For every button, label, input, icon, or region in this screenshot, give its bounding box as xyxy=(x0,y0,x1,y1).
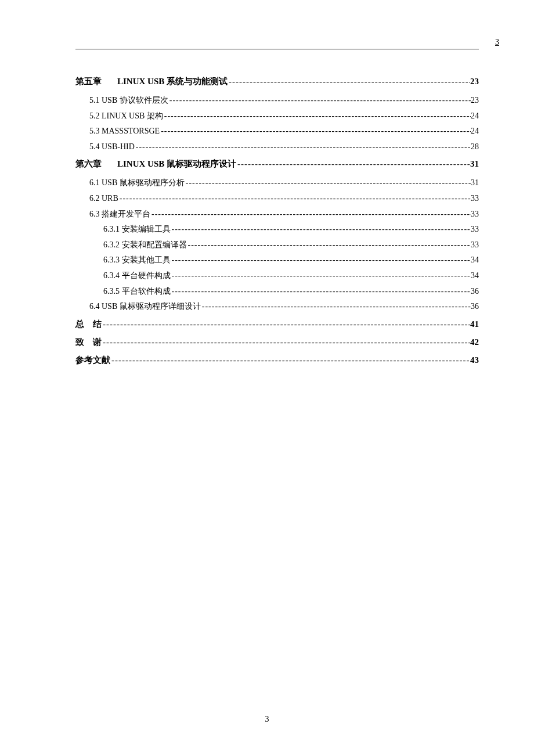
toc-entry-label: 致 谢 xyxy=(75,336,102,348)
toc-entry: 5.2 LINUX USB 架构------------------------… xyxy=(75,110,479,122)
toc-leader-dots: ----------------------------------------… xyxy=(171,286,471,297)
toc-leader-dots: ----------------------------------------… xyxy=(185,177,471,189)
toc-entry-label: 参考文献 xyxy=(75,354,110,366)
toc-leader-dots: ----------------------------------------… xyxy=(102,318,470,330)
toc-entry: 6.3.4 平台硬件构成----------------------------… xyxy=(75,270,479,282)
toc-leader-dots: ----------------------------------------… xyxy=(168,95,471,106)
toc-chapter-title: LINUX USB 鼠标驱动程序设计 xyxy=(117,159,236,168)
toc-entry-page: 33 xyxy=(471,193,479,204)
toc-entry: 5.3 MASSSTORSGE-------------------------… xyxy=(75,125,479,137)
toc-entry-label: 第六章LINUX USB 鼠标驱动程序设计 xyxy=(75,158,236,170)
toc-entry-page: 31 xyxy=(471,177,479,189)
toc-entry-label: 6.3.1 安装编辑工具 xyxy=(103,224,171,235)
toc-entry: 致 谢-------------------------------------… xyxy=(75,336,479,348)
toc-entry-label: 6.3.4 平台硬件构成 xyxy=(103,270,171,282)
toc-leader-dots: ----------------------------------------… xyxy=(163,110,471,122)
toc-entry-page: 41 xyxy=(470,318,479,330)
toc-entry: 5.1 USB 协议软件层次--------------------------… xyxy=(75,95,479,106)
toc-entry-page: 28 xyxy=(471,141,479,153)
toc-leader-dots: ----------------------------------------… xyxy=(171,254,471,266)
toc-leader-dots: ----------------------------------------… xyxy=(150,208,471,220)
toc-entry-label: 6.4 USB 鼠标驱动程序详细设计 xyxy=(89,301,201,312)
toc-entry: 总 结-------------------------------------… xyxy=(75,318,479,330)
toc-entry-label: 6.2 URB xyxy=(89,193,118,204)
toc-entry-page: 23 xyxy=(471,95,479,106)
toc-entry-label: 5.3 MASSSTORSGE xyxy=(89,125,160,137)
page-number-footer: 3 xyxy=(0,715,534,724)
toc-entry-label: 6.3 搭建开发平台 xyxy=(89,208,150,220)
toc-chapter-number: 第五章 xyxy=(75,75,117,88)
toc-entry-page: 36 xyxy=(471,286,479,297)
toc-leader-dots: ----------------------------------------… xyxy=(236,158,470,170)
toc-leader-dots: ----------------------------------------… xyxy=(228,75,470,88)
toc-entry-page: 42 xyxy=(470,336,479,348)
toc-content: 第五章LINUX USB 系统与功能测试--------------------… xyxy=(75,52,479,366)
toc-entry: 6.3.3 安装其他工具----------------------------… xyxy=(75,254,479,266)
toc-entry: 6.4 USB 鼠标驱动程序详细设计----------------------… xyxy=(75,301,479,312)
toc-leader-dots: ----------------------------------------… xyxy=(171,224,471,235)
toc-leader-dots: ----------------------------------------… xyxy=(160,125,471,137)
toc-entry-label: 5.2 LINUX USB 架构 xyxy=(89,110,163,122)
header-rule: 3 xyxy=(75,44,479,49)
toc-entry-label: 6.3.3 安装其他工具 xyxy=(103,254,171,266)
toc-entry-label: 总 结 xyxy=(75,318,102,330)
toc-leader-dots: ----------------------------------------… xyxy=(135,141,471,153)
toc-entry-label: 第五章LINUX USB 系统与功能测试 xyxy=(75,75,228,88)
toc-entry-label: 5.4 USB-HID xyxy=(89,141,135,153)
toc-entry: 6.3 搭建开发平台------------------------------… xyxy=(75,208,479,220)
toc-entry: 6.3.5 平台软件构成----------------------------… xyxy=(75,286,479,297)
toc-entry-page: 34 xyxy=(471,254,479,266)
toc-entry: 第六章LINUX USB 鼠标驱动程序设计-------------------… xyxy=(75,158,479,170)
toc-entry-label: 6.3.2 安装和配置编译器 xyxy=(103,239,187,251)
toc-leader-dots: ----------------------------------------… xyxy=(171,270,471,282)
toc-entry-page: 34 xyxy=(471,270,479,282)
toc-entry-page: 31 xyxy=(470,158,479,170)
toc-leader-dots: ----------------------------------------… xyxy=(110,354,470,366)
toc-entry-label: 6.3.5 平台软件构成 xyxy=(103,286,171,297)
toc-leader-dots: ----------------------------------------… xyxy=(187,239,471,251)
toc-entry: 5.4 USB-HID-----------------------------… xyxy=(75,141,479,153)
toc-entry: 6.2 URB---------------------------------… xyxy=(75,193,479,204)
toc-entry-label: 6.1 USB 鼠标驱动程序分析 xyxy=(89,177,185,189)
toc-entry-page: 43 xyxy=(470,354,479,366)
toc-entry-page: 36 xyxy=(471,301,479,312)
toc-entry-page: 24 xyxy=(471,125,479,137)
toc-leader-dots: ----------------------------------------… xyxy=(118,193,471,204)
toc-entry: 6.3.2 安装和配置编译器--------------------------… xyxy=(75,239,479,251)
toc-entry-page: 33 xyxy=(471,208,479,220)
toc-entry: 6.3.1 安装编辑工具----------------------------… xyxy=(75,224,479,235)
toc-leader-dots: ----------------------------------------… xyxy=(201,301,471,312)
page-number-header: 3 xyxy=(495,38,499,47)
toc-entry: 6.1 USB 鼠标驱动程序分析------------------------… xyxy=(75,177,479,189)
toc-entry: 第五章LINUX USB 系统与功能测试--------------------… xyxy=(75,75,479,88)
toc-leader-dots: ----------------------------------------… xyxy=(102,336,470,348)
toc-entry: 参考文献------------------------------------… xyxy=(75,354,479,366)
toc-entry-page: 33 xyxy=(471,239,479,251)
toc-entry-label: 5.1 USB 协议软件层次 xyxy=(89,95,168,106)
toc-entry-page: 24 xyxy=(471,110,479,122)
toc-entry-page: 23 xyxy=(470,75,479,88)
toc-entry-page: 33 xyxy=(471,224,479,235)
document-page: 3 第五章LINUX USB 系统与功能测试------------------… xyxy=(0,0,534,756)
toc-chapter-title: LINUX USB 系统与功能测试 xyxy=(117,77,228,86)
toc-chapter-number: 第六章 xyxy=(75,158,117,170)
